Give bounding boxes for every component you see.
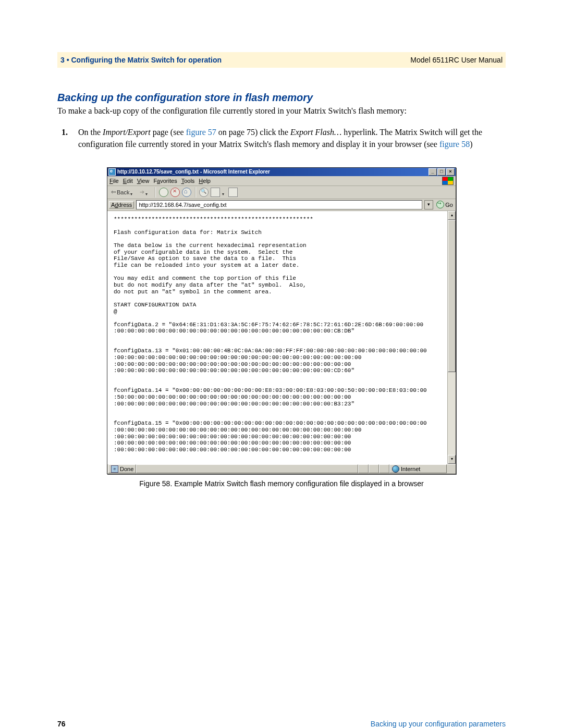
refresh-icon[interactable] [159,188,168,197]
scroll-up-icon[interactable]: ▴ [448,211,456,220]
print-icon[interactable] [228,188,238,197]
step-marker: 1. [62,126,68,138]
ie-app-icon [108,168,116,176]
config-text[interactable]: ****************************************… [107,211,447,464]
forward-button[interactable]: ➔ [138,188,151,196]
status-sep-3 [379,464,389,473]
step-1: 1. On the Import/Export page (see figure… [57,126,506,150]
titlebar[interactable]: http://10.10.12.75/save_config.txt - Mic… [107,168,456,176]
figure-58: http://10.10.12.75/save_config.txt - Mic… [107,167,456,488]
page-header: 3 • Configuring the Matrix Switch for op… [57,52,506,68]
import-export-ref: Import/Export [103,128,151,137]
status-sep-2 [369,464,379,473]
done-icon: e [111,465,118,473]
scroll-down-icon[interactable]: ▾ [448,455,456,464]
fwd-dropdown-icon[interactable] [145,190,150,194]
go-button[interactable]: Go [435,201,454,208]
status-sep-1 [358,464,369,473]
export-flash-ref: Export Flash… [290,128,341,137]
menu-help[interactable]: Help [199,178,211,184]
back-button[interactable]: ⇦ Back [109,188,136,196]
maximize-button[interactable]: □ [437,168,446,176]
page-number: 76 [57,720,66,728]
menu-favorites[interactable]: Favorites [153,178,177,184]
home-icon[interactable] [182,188,191,197]
address-input[interactable] [136,200,422,209]
internet-zone-icon [392,465,399,473]
address-dropdown-icon[interactable]: ▾ [424,200,433,209]
status-blank [136,464,358,473]
menubar: File Edit View Favorites Tools Help [107,176,456,186]
address-bar: Address ▾ Go [107,199,456,211]
ie-window: http://10.10.12.75/save_config.txt - Mic… [107,167,456,474]
chapter-title: 3 • Configuring the Matrix Switch for op… [60,56,222,64]
menu-edit[interactable]: Edit [123,178,133,184]
vertical-scrollbar[interactable]: ▴ ▾ [447,211,456,464]
model-label: Model 6511RC User Manual [410,56,503,64]
toolbar-separator [195,187,195,198]
windows-logo-icon [442,177,454,185]
statusbar: e Done Internet [107,464,456,474]
security-zone: Internet [389,464,447,473]
figure-58-link[interactable]: figure 58 [439,140,470,149]
intro-paragraph: To make a back-up copy of the configurat… [57,105,506,117]
close-button[interactable]: × [446,168,455,176]
favorites-icon[interactable] [211,188,220,197]
page-footer: 76 Backing up your configuration paramet… [57,720,506,728]
stop-icon[interactable] [170,188,180,197]
menu-file[interactable]: File [109,178,119,184]
browser-viewport: ****************************************… [107,211,456,464]
history-dropdown-icon[interactable] [222,190,226,194]
scroll-track[interactable] [448,220,456,455]
minimize-button[interactable]: _ [429,168,437,176]
menu-view[interactable]: View [137,178,150,184]
address-label: Address [109,201,134,208]
menu-tools[interactable]: Tools [181,178,195,184]
back-dropdown-icon[interactable] [130,190,134,194]
status-done: e Done [108,464,136,473]
scroll-thumb[interactable] [448,220,456,372]
figure-57-link[interactable]: figure 57 [186,128,216,137]
figure-caption: Figure 58. Example Matrix Switch flash m… [107,479,456,488]
window-title: http://10.10.12.75/save_config.txt - Mic… [117,169,270,175]
footer-link[interactable]: Backing up your configuration parameters [371,720,506,728]
toolbar: ⇦ Back ➔ [107,186,456,199]
toolbar-separator [155,187,155,198]
go-icon [436,201,444,208]
section-heading: Backing up the configuration store in fl… [57,92,506,104]
search-icon[interactable] [199,188,209,197]
